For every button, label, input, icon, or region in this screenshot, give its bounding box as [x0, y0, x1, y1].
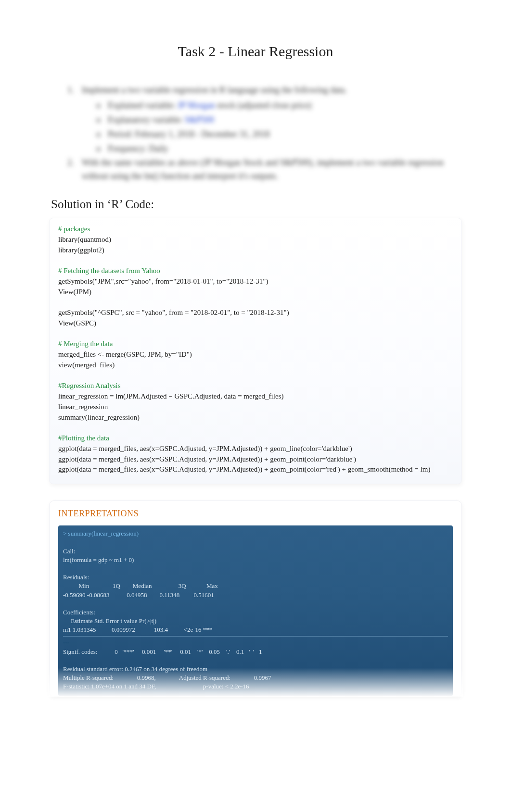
code-card: # packageslibrary(quantmod)library(ggplo… — [49, 218, 462, 484]
question-subitem-text: Explanatory variable: S&P500 — [108, 113, 444, 127]
console-divider — [63, 636, 448, 637]
code-line: getSymbols("^GSPC", src = "yahoo", from … — [58, 308, 453, 318]
question-subitem: oPeriod: February 1, 2018 - December 31,… — [96, 128, 444, 141]
code-comment: # Merging the data — [58, 339, 453, 350]
console-line: Min 1Q Median 3Q Max — [63, 582, 448, 590]
code-line: View(GSPC) — [58, 318, 453, 329]
bullet-icon: o — [96, 128, 108, 141]
page-title: Task 2 - Linear Regression — [48, 43, 463, 60]
console-line: Residuals: — [63, 573, 448, 582]
console-line — [63, 600, 448, 608]
console-line — [63, 538, 448, 547]
code-line: merged_files <- merge(GSPC, JPM, by="ID"… — [58, 350, 453, 360]
code-line — [58, 255, 453, 266]
bullet-icon: o — [96, 99, 108, 112]
console-line: Multiple R-squared: 0.9968, Adjusted R-s… — [63, 674, 448, 682]
code-line: getSymbols("JPM",src="yahoo", from="2018… — [58, 276, 453, 287]
console-line: Call: — [63, 547, 448, 556]
console-line: lm(formula = gdp ~ m1 + 0) — [63, 556, 448, 564]
code-line: library(quantmod) — [58, 235, 453, 245]
interpretations-card: INTERPRETATIONS > summary(linear_regress… — [49, 500, 462, 696]
code-comment: #Regression Analysis — [58, 381, 453, 391]
console-line: --- — [63, 638, 448, 647]
question-item: 1.Implement a two variable regression in… — [67, 84, 444, 97]
code-line: View(JPM) — [58, 287, 453, 298]
code-line — [58, 329, 453, 339]
question-subitem-text: Frequency: Daily — [108, 142, 444, 156]
console-line: > summary(linear_regression) — [63, 529, 448, 538]
console-line: F-statistic: 1.07e+04 on 1 and 34 DF, p-… — [63, 682, 448, 691]
code-line — [58, 423, 453, 433]
question-number: 2. — [67, 156, 82, 183]
question-subitem: oExplanatory variable: S&P500 — [96, 113, 444, 127]
console-line: m1 1.031345 0.009972 103.4 <2e-16 *** — [63, 625, 448, 634]
code-line: ggplot(data = merged_files, aes(x=GSPC.A… — [58, 454, 453, 465]
console-line — [63, 656, 448, 665]
code-comment: # packages — [58, 224, 453, 235]
question-subitem: oFrequency: Daily — [96, 142, 444, 156]
console-line: Coefficients: — [63, 608, 448, 617]
code-comment: #Plotting the data — [58, 433, 453, 444]
question-subitem-text: Period: February 1, 2018 - December 31, … — [108, 128, 444, 141]
code-comment: # Fetching the datasets from Yahoo — [58, 266, 453, 276]
code-line — [58, 297, 453, 308]
code-line: summary(linear_regression) — [58, 412, 453, 423]
console-line: Residual standard error: 0.2467 on 34 de… — [63, 665, 448, 674]
code-line — [58, 371, 453, 381]
page: Task 2 - Linear Regression 1.Implement a… — [0, 0, 511, 812]
code-line: view(merged_files) — [58, 360, 453, 371]
code-line: linear_regression = lm(JPM.Adjusted ¬ GS… — [58, 391, 453, 402]
console-line: -0.59690 -0.08683 0.04958 0.11348 0.5160… — [63, 591, 448, 600]
r-console-output: > summary(linear_regression) Call:lm(for… — [58, 525, 453, 696]
solution-heading: Solution in ‘R’ Code: — [51, 198, 463, 211]
question-text: Implement a two variable regression in R… — [82, 84, 444, 97]
code-line: ggplot(data = merged_files, aes(x=GSPC.A… — [58, 464, 453, 475]
console-line — [63, 564, 448, 573]
interpretations-heading: INTERPRETATIONS — [58, 509, 453, 519]
bullet-icon: o — [96, 142, 108, 156]
code-line: library(ggplot2) — [58, 245, 453, 256]
console-line: Signif. codes: 0 '***' 0.001 '**' 0.01 '… — [63, 648, 448, 656]
question-number: 1. — [67, 84, 82, 97]
question-subitem-text: Explained variable: JP Morgan stock (adj… — [108, 99, 444, 112]
question-block: 1.Implement a two variable regression in… — [48, 84, 463, 183]
question-subitem: oExplained variable: JP Morgan stock (ad… — [96, 99, 444, 112]
question-text: With the same variables as above (JP Mor… — [82, 156, 444, 183]
bullet-icon: o — [96, 113, 108, 127]
console-line: Estimate Std. Error t value Pr(>|t|) — [63, 617, 448, 625]
code-line: ggplot(data = merged_files, aes(x=GSPC.A… — [58, 444, 453, 454]
code-line: linear_regression — [58, 402, 453, 412]
question-item: 2.With the same variables as above (JP M… — [67, 156, 444, 183]
